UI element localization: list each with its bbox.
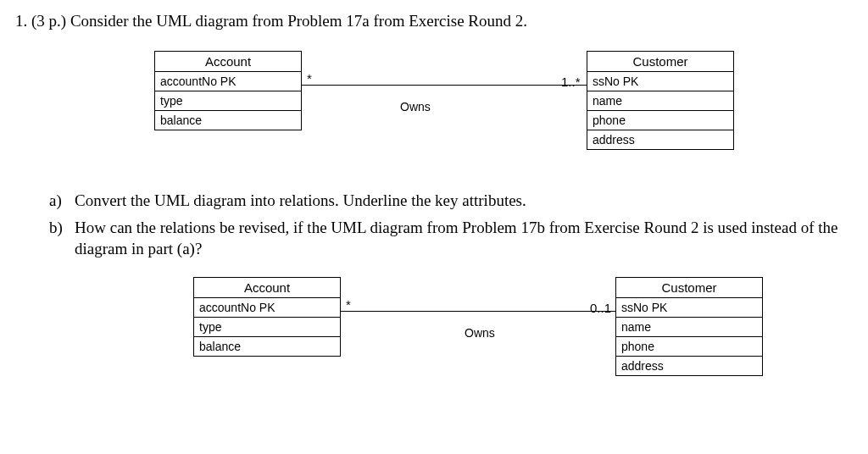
subpart-a: a) Convert the UML diagram into relation…	[49, 190, 853, 212]
question-intro: 1. (3 p.) Consider the UML diagram from …	[15, 12, 853, 30]
question-points: (3 p.)	[31, 12, 66, 30]
association-name: Owns	[465, 326, 495, 340]
subpart-text: Convert the UML diagram into relations. …	[75, 190, 526, 212]
uml-attr: accountNo PK	[155, 72, 301, 91]
uml-attr: balance	[155, 111, 301, 130]
subpart-b: b) How can the relations be revised, if …	[49, 217, 853, 260]
uml-class-customer: Customer ssNo PK name phone address	[587, 51, 734, 150]
uml-attr: phone	[616, 337, 762, 357]
uml-attr: ssNo PK	[616, 298, 762, 318]
uml-class-account: Account accountNo PK type balance	[193, 277, 341, 357]
uml-attr: name	[616, 318, 762, 337]
multiplicity-right: 0..1	[590, 301, 611, 315]
subpart-text: How can the relations be revised, if the…	[75, 217, 853, 260]
multiplicity-left: *	[346, 297, 351, 312]
uml-class-customer: Customer ssNo PK name phone address	[615, 277, 763, 376]
uml-attr: address	[616, 357, 762, 375]
uml-attr: ssNo PK	[587, 72, 733, 91]
subparts: a) Convert the UML diagram into relation…	[49, 190, 853, 260]
subpart-letter: b)	[49, 217, 66, 260]
multiplicity-left: *	[307, 71, 312, 86]
uml-class-title: Account	[194, 278, 340, 298]
association-name: Owns	[400, 100, 431, 114]
subpart-letter: a)	[49, 190, 66, 212]
uml-attr: address	[587, 130, 733, 149]
uml-attr: type	[194, 318, 340, 337]
uml-attr: name	[587, 91, 733, 111]
uml-diagram-2: Account accountNo PK type balance Custom…	[151, 277, 846, 396]
association-line	[341, 311, 615, 312]
uml-class-account: Account accountNo PK type balance	[154, 51, 302, 130]
uml-class-title: Account	[155, 52, 301, 72]
uml-class-title: Customer	[587, 52, 733, 72]
uml-attr: phone	[587, 111, 733, 130]
uml-diagram-1: Account accountNo PK type balance Custom…	[61, 51, 807, 169]
question-text: Consider the UML diagram from Problem 17…	[70, 12, 527, 30]
question-number: 1.	[15, 12, 27, 30]
uml-attr: type	[155, 91, 301, 111]
uml-attr: accountNo PK	[194, 298, 340, 318]
uml-class-title: Customer	[616, 278, 762, 298]
association-line	[302, 85, 587, 86]
uml-attr: balance	[194, 337, 340, 356]
multiplicity-right: 1..*	[561, 75, 581, 89]
